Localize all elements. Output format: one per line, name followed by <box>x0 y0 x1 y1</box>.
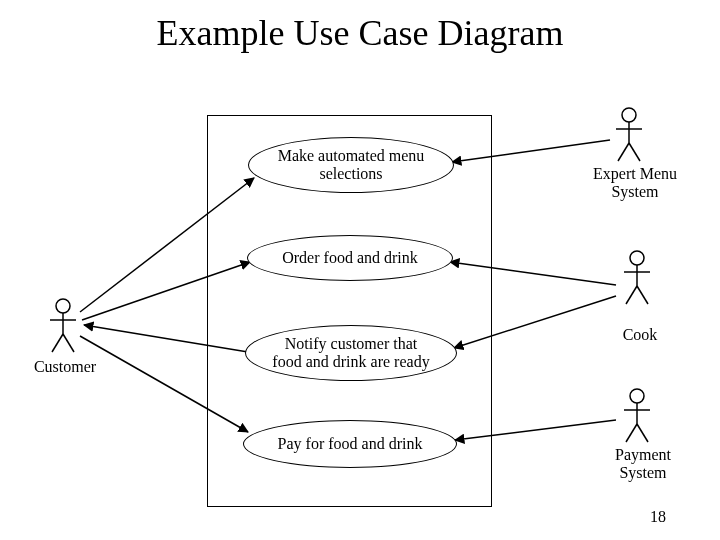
svg-point-10 <box>630 251 644 265</box>
usecase-order-food: Order food and drink <box>247 235 453 281</box>
svg-point-15 <box>630 389 644 403</box>
usecase-label: Notify customer that food and drink are … <box>272 335 429 372</box>
actor-expert-label: Expert Menu System <box>580 165 690 201</box>
svg-line-19 <box>637 424 648 442</box>
svg-point-0 <box>56 299 70 313</box>
actor-customer <box>46 298 80 354</box>
svg-point-5 <box>622 108 636 122</box>
actor-cook-label: Cook <box>605 326 675 344</box>
usecase-label: Order food and drink <box>282 249 418 267</box>
svg-line-8 <box>618 143 629 161</box>
usecase-pay: Pay for food and drink <box>243 420 457 468</box>
svg-line-13 <box>626 286 637 304</box>
svg-line-9 <box>629 143 640 161</box>
usecase-notify-customer: Notify customer that food and drink are … <box>245 325 457 381</box>
svg-line-4 <box>63 334 74 352</box>
slide-title: Example Use Case Diagram <box>0 12 720 54</box>
actor-payment-system <box>620 388 654 444</box>
actor-customer-label: Customer <box>25 358 105 376</box>
usecase-label: Make automated menu selections <box>278 147 425 184</box>
svg-line-14 <box>637 286 648 304</box>
actor-cook <box>620 250 654 306</box>
slide-number: 18 <box>650 508 666 526</box>
svg-line-3 <box>52 334 63 352</box>
usecase-make-selections: Make automated menu selections <box>248 137 454 193</box>
usecase-label: Pay for food and drink <box>278 435 423 453</box>
svg-line-18 <box>626 424 637 442</box>
actor-payment-label: Payment System <box>598 446 688 482</box>
slide-stage: Example Use Case Diagram Make automated … <box>0 0 720 540</box>
actor-expert-menu-system <box>612 107 646 163</box>
